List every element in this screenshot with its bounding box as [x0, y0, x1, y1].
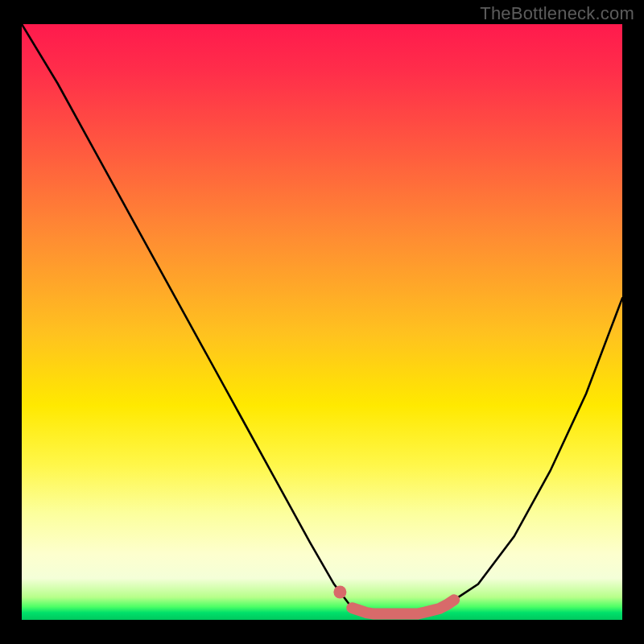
chart-stage: TheBottleneck.com: [0, 0, 644, 644]
optimal-range-highlight: [352, 600, 454, 613]
watermark-label: TheBottleneck.com: [480, 3, 634, 24]
bottleneck-curve-line: [22, 24, 622, 614]
bottleneck-curves: [22, 24, 622, 620]
plot-frame: [22, 24, 622, 620]
optimal-point-marker: [333, 586, 346, 599]
